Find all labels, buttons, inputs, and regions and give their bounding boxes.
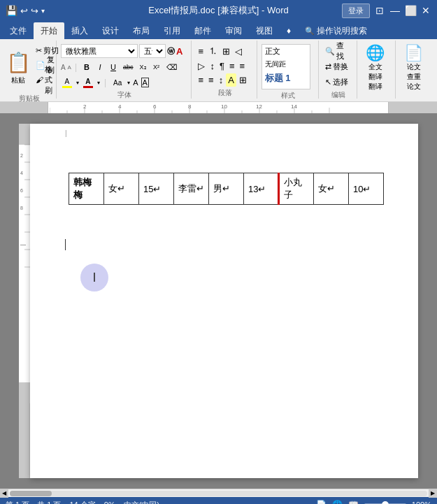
italic-button[interactable]: I (94, 61, 106, 73)
font-color-button[interactable]: A (82, 77, 94, 89)
align-left-button[interactable]: ≡ (227, 59, 237, 73)
bullets-button[interactable]: ≡ (196, 43, 206, 59)
strikethrough-button[interactable]: abc (120, 61, 136, 73)
replace-button[interactable]: ⇄ 替换 (323, 59, 354, 73)
increase-indent-button[interactable]: ▷ (196, 59, 207, 73)
styles-group: 正文 无间距 标题 1 样式 (259, 41, 319, 99)
view-web-icon[interactable]: 🌐 (332, 500, 343, 504)
tab-addon[interactable]: ♦ (280, 22, 298, 39)
view-print-icon[interactable]: 📄 (316, 500, 327, 504)
table-cell-age3[interactable]: 10↵ (349, 173, 384, 205)
ibeam-cursor-overlay: I (80, 264, 108, 291)
shading-button[interactable]: A (226, 73, 236, 87)
edit-group-label: 编辑 (323, 90, 354, 100)
table-cell-name3[interactable]: 小丸子 (279, 173, 314, 205)
document-table: 韩梅梅 女↵ 15↵ 李雷↵ 男↵ 13↵ 小丸子 女↵ 10↵ (69, 173, 384, 205)
table-cell-gender3[interactable]: 女↵ (314, 173, 349, 205)
svg-text:4: 4 (20, 171, 23, 175)
svg-text:2: 2 (20, 153, 23, 158)
style-h1[interactable]: 标题 1 (262, 71, 310, 86)
show-hide-button[interactable]: ¶ (217, 59, 227, 73)
align-right-button[interactable]: ≡ (196, 73, 206, 87)
table-cell-name2[interactable]: 李雷↵ (174, 173, 209, 205)
ribbon-content: 📋 粘贴 ✂ 剪切 📄 复制 🖌 格式刷 剪贴板 (0, 39, 437, 102)
document-area: 2 4 6 8 — | 韩梅梅 女↵ 15↵ 李雷↵ 男 (0, 113, 437, 489)
paste-button[interactable]: 📋 粘贴 (6, 43, 31, 92)
scroll-track[interactable] (10, 491, 427, 496)
tab-home[interactable]: 开始 (34, 22, 64, 39)
numbering-button[interactable]: ⒈ (206, 43, 220, 59)
borders-button[interactable]: ⊞ (237, 73, 249, 87)
paper-check-button[interactable]: 📄 论文 查重 论文 (400, 44, 427, 92)
minimize-button[interactable]: — (389, 5, 401, 16)
horizontal-ruler: 2 4 6 8 10 12 14 (0, 102, 437, 113)
scroll-thumb[interactable] (10, 491, 52, 496)
table-cell-age2[interactable]: 13↵ (244, 173, 279, 205)
paragraph-group: ≡ ⒈ ⊞ ◁ ▷ ↕ ¶ ≡ ≡ ≡ ≡ ↕ A ⊞ 段落 (193, 41, 257, 99)
highlight-color-button[interactable]: A (61, 77, 73, 89)
find-button[interactable]: 🔍 查找 (323, 44, 354, 58)
view-read-icon[interactable]: 📖 (348, 500, 359, 504)
justify-button[interactable]: ≡ (206, 73, 216, 87)
font-color-dropdown[interactable]: ▾ (97, 80, 100, 86)
aa-button[interactable]: Aa (110, 76, 124, 89)
scroll-right-button[interactable]: ▶ (429, 489, 437, 498)
char-shading-icon: A (133, 78, 138, 87)
maximize-button[interactable]: ⬜ (405, 5, 416, 16)
tab-design[interactable]: 设计 (95, 22, 126, 39)
highlight-dropdown[interactable]: ▾ (76, 80, 79, 86)
divider1: | (75, 62, 77, 72)
tab-review[interactable]: 审阅 (218, 22, 249, 39)
title-bar: 💾 ↩ ↪ ▾ Excel情报局.doc [兼容模式] - Word 登录 ⊡ … (0, 0, 437, 21)
redo-icon[interactable]: ↪ (31, 6, 38, 16)
superscript-button[interactable]: X² (150, 61, 163, 73)
line-spacing-button[interactable]: ↕ (217, 73, 226, 87)
align-center-button[interactable]: ≡ (238, 59, 248, 73)
horizontal-scrollbar[interactable]: ◀ ▶ (0, 489, 437, 497)
wubi-icon: ⓦ (167, 46, 175, 57)
scroll-left-button[interactable]: ◀ (0, 489, 8, 498)
style-no-spacing[interactable]: 无间距 (262, 58, 310, 71)
font-size-select[interactable]: 五号 (139, 44, 166, 58)
tab-insert[interactable]: 插入 (64, 22, 95, 39)
multilevel-button[interactable]: ⊞ (220, 43, 232, 59)
style-normal[interactable]: 正文 (262, 45, 310, 58)
tab-mailings[interactable]: 邮件 (187, 22, 218, 39)
decrease-indent-button[interactable]: ◁ (233, 43, 244, 59)
font-name-select[interactable]: 微软雅黑 (61, 44, 138, 58)
qa-dropdown-icon[interactable]: ▾ (41, 7, 45, 15)
table-cell-gender2[interactable]: 男↵ (209, 173, 244, 205)
select-button[interactable]: ↖ 选择 (323, 75, 354, 89)
login-button[interactable]: 登录 (342, 3, 370, 18)
expand-icon[interactable]: ⊡ (374, 5, 385, 16)
underline-button[interactable]: U (107, 61, 120, 73)
subscript-button[interactable]: X₂ (137, 61, 150, 73)
paper-group: 📄 论文 查重 论文 (397, 41, 434, 99)
translate-button[interactable]: 🌐 全文 翻译 翻译 (361, 44, 389, 92)
table-cell-name1[interactable]: 韩梅梅 (69, 173, 104, 205)
tab-view[interactable]: 视图 (249, 22, 280, 39)
ibeam-icon: I (92, 271, 96, 285)
cut-icon: ✂ (36, 46, 42, 55)
undo-icon[interactable]: ↩ (20, 6, 28, 16)
clear-format-button[interactable]: ⌫ (164, 61, 180, 73)
page-top-marker: | (65, 129, 67, 137)
status-bar: 第 1 页，共 1 页 14 个字 0% 中文(中国) 📄 🌐 📖 100% (0, 497, 437, 504)
table-cell-gender1[interactable]: 女↵ (104, 173, 139, 205)
tab-layout[interactable]: 布局 (126, 22, 157, 39)
sort-button[interactable]: ↕ (208, 59, 217, 73)
tab-help-search[interactable]: 🔍 操作说明搜索 (298, 22, 374, 39)
table-cell-age1[interactable]: 15↵ (139, 173, 174, 205)
char-border-icon: A (141, 78, 149, 87)
save-icon[interactable]: 💾 (6, 5, 17, 16)
tab-references[interactable]: 引用 (157, 22, 187, 39)
close-button[interactable]: ✕ (420, 5, 431, 16)
aa-dropdown[interactable]: ▾ (127, 80, 130, 86)
svg-text:14: 14 (291, 103, 297, 110)
bold-button[interactable]: B (80, 61, 93, 73)
paragraph-group-label: 段落 (196, 88, 253, 98)
translate-group: 🌐 全文 翻译 翻译 (359, 41, 396, 99)
vertical-ruler: 2 4 6 8 — (19, 124, 30, 478)
tab-file[interactable]: 文件 (3, 22, 34, 39)
styles-gallery[interactable]: 正文 无间距 标题 1 (262, 44, 310, 89)
